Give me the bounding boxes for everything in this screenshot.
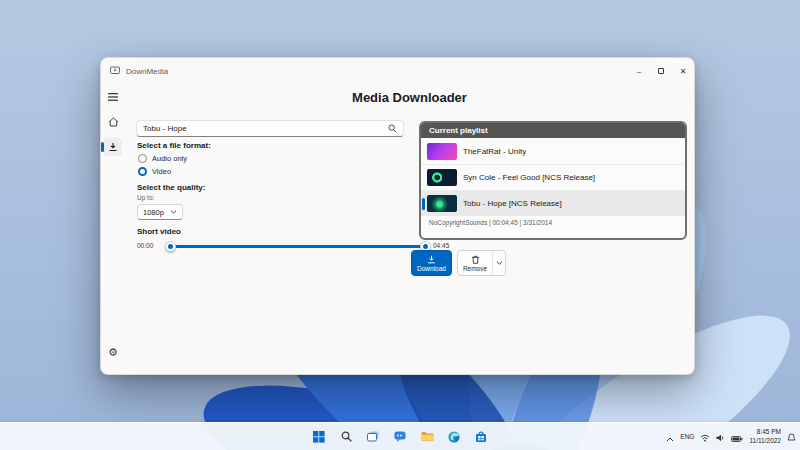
edge-icon [448, 431, 460, 443]
download-button-icon [427, 255, 436, 264]
quality-dropdown[interactable]: 1080p [137, 204, 183, 220]
playlist-panel: Current playlist TheFatRat - Unity Syn C… [419, 121, 687, 240]
battery-button[interactable] [731, 428, 743, 446]
file-explorer-button[interactable] [416, 426, 438, 448]
microsoft-store-button[interactable] [470, 426, 492, 448]
chat-icon [394, 431, 406, 442]
slider-handle-start[interactable] [165, 241, 176, 252]
start-button[interactable] [308, 426, 330, 448]
taskbar: ENG [0, 422, 800, 450]
quality-selected-value: 1080p [143, 208, 164, 217]
trim-range-slider[interactable] [169, 245, 427, 248]
battery-icon [731, 436, 743, 442]
tray-time: 8:45 PM [749, 428, 781, 436]
sidebar-item-downloads[interactable] [104, 138, 122, 156]
volume-button[interactable] [716, 428, 725, 446]
network-button[interactable] [700, 428, 710, 446]
radio-video-label: Video [152, 167, 171, 176]
store-icon [475, 431, 487, 443]
trim-start-time: 00:00 [137, 242, 153, 249]
remove-button-label: Remove [463, 265, 487, 272]
trim-end-time: 04:45 [433, 242, 449, 249]
trim-section-label: Short video [137, 227, 181, 236]
playlist-item-title: Tobu - Hope [NCS Release] [463, 199, 562, 208]
video-thumbnail [427, 169, 457, 186]
system-tray: ENG [666, 423, 796, 450]
notification-center-button[interactable] [787, 428, 796, 446]
chevron-down-icon [170, 210, 177, 214]
playlist-item-selected[interactable]: Tobu - Hope [NCS Release] [421, 190, 685, 216]
settings-gear-icon: ⚙ [108, 347, 118, 358]
windows-start-icon [313, 431, 325, 443]
search-icon[interactable] [388, 124, 397, 133]
active-indicator [101, 142, 104, 152]
taskbar-search-button[interactable] [335, 426, 357, 448]
search-box[interactable] [136, 120, 404, 137]
page-title: Media Downloader [125, 90, 694, 105]
remove-button[interactable]: Remove [458, 251, 492, 275]
radio-audio-icon[interactable] [138, 154, 147, 163]
download-button-label: Download [417, 265, 446, 272]
video-metadata: NoCopyrightSounds | 00:04:45 | 3/31/2014 [421, 216, 685, 226]
radio-audio-label: Audio only [152, 154, 187, 163]
hamburger-menu-button[interactable] [104, 88, 122, 106]
format-section-label: Select a file format: [137, 141, 211, 150]
sidebar: ⚙ [101, 84, 125, 374]
download-icon [108, 142, 118, 152]
minimize-button[interactable]: – [628, 58, 650, 84]
app-window: DownMedia – ✕ [100, 57, 695, 375]
language-indicator[interactable]: ENG [680, 433, 694, 440]
app-icon [110, 66, 120, 76]
window-title: DownMedia [126, 67, 168, 76]
maximize-icon [658, 68, 664, 74]
task-view-icon [367, 431, 379, 442]
playlist-header: Current playlist [421, 123, 685, 138]
desktop: DownMedia – ✕ [0, 0, 800, 450]
radio-option-audio[interactable]: Audio only [138, 154, 187, 163]
playlist-item[interactable]: TheFatRat - Unity [421, 138, 685, 164]
taskbar-center-icons [308, 423, 492, 450]
chevron-up-icon [666, 437, 674, 442]
video-thumbnail [427, 195, 457, 212]
clock[interactable]: 8:45 PM 11/11/2022 [749, 428, 781, 444]
hamburger-icon [108, 93, 118, 101]
radio-option-video[interactable]: Video [138, 167, 171, 176]
remove-split-button: Remove [457, 250, 506, 276]
video-thumbnail [427, 143, 457, 160]
tray-chevron-button[interactable] [666, 428, 674, 446]
maximize-button[interactable] [650, 58, 672, 84]
radio-video-icon[interactable] [138, 167, 147, 176]
playlist-item-title: TheFatRat - Unity [463, 147, 526, 156]
notification-bell-icon [787, 433, 796, 442]
edge-browser-button[interactable] [443, 426, 465, 448]
close-button[interactable]: ✕ [672, 58, 694, 84]
chat-button[interactable] [389, 426, 411, 448]
action-buttons: Download Remove [411, 250, 506, 276]
sidebar-item-home[interactable] [104, 113, 122, 131]
chevron-down-icon [496, 261, 503, 265]
search-icon [341, 431, 352, 442]
quality-hint: Up to: [137, 194, 154, 201]
playlist-item-title: Syn Cole - Feel Good [NCS Release] [463, 173, 595, 182]
search-input[interactable] [143, 124, 388, 133]
volume-icon [716, 434, 725, 442]
wifi-icon [700, 434, 710, 442]
task-view-button[interactable] [362, 426, 384, 448]
quality-section-label: Select the quality: [137, 183, 205, 192]
main-content: Media Downloader Select a file format: A… [125, 84, 694, 374]
file-explorer-icon [421, 431, 434, 442]
tray-date: 11/11/2022 [749, 437, 781, 445]
trash-icon [471, 255, 480, 264]
selection-indicator [422, 198, 425, 210]
titlebar[interactable]: DownMedia – ✕ [101, 58, 694, 84]
playlist-item[interactable]: Syn Cole - Feel Good [NCS Release] [421, 164, 685, 190]
home-icon [108, 117, 119, 127]
remove-dropdown-button[interactable] [492, 251, 505, 275]
sidebar-item-settings[interactable]: ⚙ [104, 343, 122, 361]
download-button[interactable]: Download [411, 250, 452, 276]
